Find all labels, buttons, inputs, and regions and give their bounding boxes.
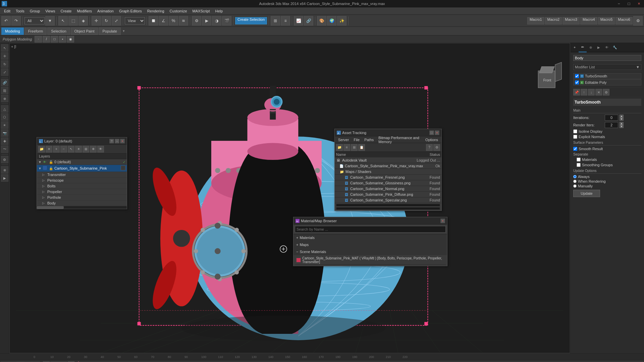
pm-border-btn[interactable]: □	[51, 36, 58, 43]
mod-down-btn[interactable]: ↓	[588, 89, 595, 96]
pm-vertex-btn[interactable]: ·	[35, 36, 42, 43]
panel-tab-motion[interactable]: ▶	[595, 43, 603, 52]
asset-tb4[interactable]: 📋	[358, 144, 365, 151]
ts-always-radio[interactable]	[573, 175, 577, 178]
asset-minimize-btn[interactable]: □	[429, 130, 434, 135]
macro3-btn[interactable]: Macro3	[562, 17, 580, 24]
ts-renderiter-up[interactable]: ▲	[620, 122, 624, 125]
asset-row-fresnel[interactable]: 🖼 Cartoon_Submarine_Fresnel.png Found	[335, 175, 441, 180]
asset-close-btn[interactable]: ×	[435, 130, 439, 135]
ts-update-btn[interactable]: Update	[573, 190, 600, 197]
menu-edit[interactable]: Edit	[1, 8, 13, 14]
mat-search-area[interactable]	[293, 225, 447, 234]
asset-settings-btn[interactable]: ⚙	[433, 144, 440, 151]
matbrowser-close-btn[interactable]: ×	[440, 219, 445, 223]
mat-materials-expand[interactable]: +	[296, 236, 298, 240]
macro4-btn[interactable]: Macro4	[580, 17, 597, 24]
asset-menu-server[interactable]: Server	[336, 138, 351, 142]
ts-iter-up[interactable]: ▲	[620, 115, 624, 118]
asset-menu-paths[interactable]: Paths	[362, 138, 376, 142]
select-btn[interactable]: ↖	[58, 16, 68, 25]
lt-move-btn[interactable]: ✛	[1, 52, 8, 60]
pm-element-btn[interactable]: ◉	[67, 36, 74, 43]
curve-editor-btn[interactable]: 📈	[294, 16, 303, 25]
layer-help-btn[interactable]: ?	[109, 139, 114, 143]
lt-unlink-btn[interactable]: ⛓	[1, 87, 8, 94]
window-crossing-btn[interactable]: ◈	[78, 16, 88, 25]
macro5-btn[interactable]: Macro5	[598, 17, 615, 24]
ts-manually-radio[interactable]	[573, 184, 577, 188]
macro-settings-btn[interactable]: ⚙	[633, 16, 643, 25]
undo-btn[interactable]: ↶	[1, 16, 11, 25]
mat-maps-expand[interactable]: +	[296, 243, 298, 247]
asset-menu-file[interactable]: File	[352, 138, 362, 142]
ts-materials-check[interactable]	[577, 158, 581, 162]
menu-views[interactable]: Views	[43, 8, 58, 14]
ts-smoothgroups-check[interactable]	[577, 163, 581, 167]
mod-configure-btn[interactable]: ⚙	[603, 89, 609, 96]
mat-row-sub[interactable]: Cartoon_Style_Submarine_Pink_MAT ( VRayM…	[295, 256, 446, 265]
lt-camera-btn[interactable]: 📷	[1, 129, 8, 137]
menu-create[interactable]: Create	[58, 8, 74, 14]
asset-row-vault[interactable]: 🏛 Autodesk Vault Logged Out ...	[335, 158, 441, 163]
panel-tab-modify[interactable]: ✏	[579, 43, 587, 52]
lt-remove-btn[interactable]: −	[60, 146, 67, 153]
asset-row-glossiness[interactable]: 🖼 Cartoon_Submarine_Glossiness.png Found	[335, 180, 441, 186]
window-controls[interactable]: − □ ×	[614, 0, 644, 7]
modifier-turbosmooth[interactable]: T TurboSmooth	[573, 73, 641, 79]
pm-edge-btn[interactable]: /	[43, 36, 50, 43]
lt-rotate-btn[interactable]: ↻	[1, 60, 8, 68]
viewport[interactable]: + [Perspective] [Shaded] Total Polys: 8 …	[9, 43, 570, 353]
panel-tab-create[interactable]: ✦	[571, 43, 579, 52]
mat-scene-header[interactable]: − Scene Materials	[293, 248, 447, 255]
layer-minimize-btn[interactable]: −	[115, 139, 119, 143]
selection-type-dropdown[interactable]: All	[24, 17, 45, 24]
ts-isoline-check[interactable]	[573, 129, 577, 133]
scale-btn[interactable]: ⤢	[112, 16, 121, 25]
lt-add-btn[interactable]: +	[53, 146, 60, 153]
menu-group[interactable]: Group	[27, 8, 43, 14]
panel-tab-display[interactable]: 👁	[603, 43, 611, 52]
lt-geo-btn[interactable]: △	[1, 105, 8, 113]
tab-modeling[interactable]: Modeling	[1, 27, 24, 35]
asset-row-diffuse[interactable]: 🖼 Cartoon_Submarine_Pink_Diffuse.png Fou…	[335, 192, 441, 197]
rotate-btn[interactable]: ↻	[102, 16, 111, 25]
tab-freeform[interactable]: Freeform	[24, 27, 47, 35]
pm-poly-btn[interactable]: ▪	[59, 36, 66, 43]
create-selection-btn[interactable]: Create Selection	[235, 17, 267, 24]
macro6-btn[interactable]: Macro6	[615, 17, 633, 24]
asset-tb1[interactable]: 📁	[336, 144, 343, 151]
asset-row-normal[interactable]: 🖼 Cartoon_Submarine_Normal.png Found	[335, 186, 441, 192]
layer-item-periscope[interactable]: ▷ Periscope	[37, 178, 127, 183]
menu-tools[interactable]: Tools	[13, 8, 27, 14]
effects-btn[interactable]: ✨	[337, 16, 346, 25]
lt-manipulate-btn[interactable]: ⊗	[1, 166, 8, 174]
editable-poly-checkbox[interactable]	[575, 80, 579, 84]
schematic-view-btn[interactable]: 🔗	[304, 16, 313, 25]
minimize-btn[interactable]: −	[614, 0, 624, 7]
move-btn[interactable]: ✛	[92, 16, 101, 25]
layer-item-sub[interactable]: ▼ 🔓 Cartoon_Style_Submarine_Pink	[37, 165, 127, 172]
mat-materials-header[interactable]: + Materials	[293, 234, 447, 241]
lt-hide-btn[interactable]: 👁	[97, 146, 104, 153]
redo-btn[interactable]: ↷	[11, 16, 21, 25]
lt-shape-btn[interactable]: ⬡	[1, 113, 8, 121]
asset-tb2[interactable]: ≡	[343, 144, 350, 151]
object-name-field[interactable]: Body	[573, 55, 641, 61]
ts-renderiter-input[interactable]	[605, 122, 618, 128]
mod-up-btn[interactable]: ↑	[581, 89, 587, 96]
lt-select-btn[interactable]: ↖	[1, 44, 8, 52]
asset-row-specular[interactable]: 🖼 Cartoon_Submarine_Specular.png Found	[335, 197, 441, 203]
ts-iter-down[interactable]: ▼	[620, 118, 624, 121]
material-editor-btn[interactable]: 🎨	[317, 16, 326, 25]
lt-track-btn[interactable]: ▶	[1, 174, 8, 182]
render-setup-btn[interactable]: ⚙	[192, 16, 201, 25]
layer-item-porthole[interactable]: ▷ Porthole	[37, 195, 127, 200]
layer-manager-btn[interactable]: ⊞	[271, 16, 280, 25]
menu-customize[interactable]: Customize	[167, 8, 190, 14]
menu-modifiers[interactable]: Modifiers	[74, 8, 95, 14]
lt-link-btn[interactable]: 🔗	[1, 79, 8, 86]
percent-snap-btn[interactable]: %	[169, 16, 178, 25]
lt-del-btn[interactable]: ✕	[46, 146, 52, 153]
asset-tracking-panel[interactable]: A Asset Tracking □ × Server File Paths B…	[334, 129, 442, 211]
